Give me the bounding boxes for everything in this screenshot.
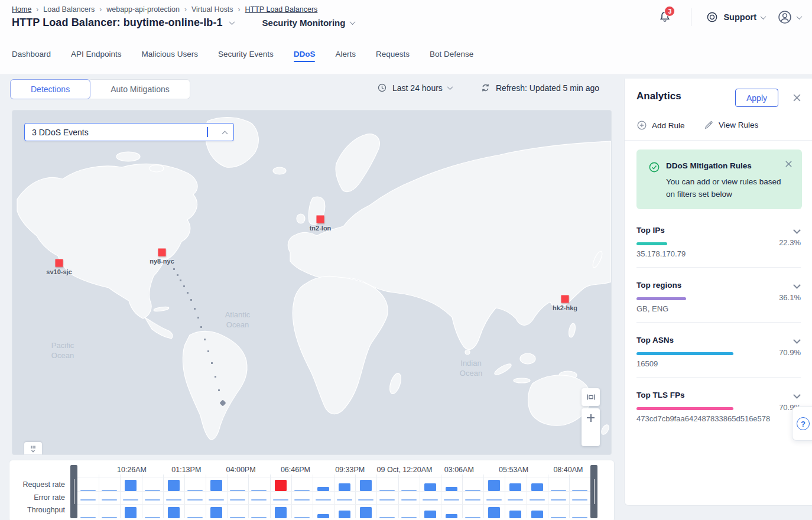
- ddos-events-dropdown-value: 3 DDoS Events: [32, 128, 89, 137]
- request-rate-bar: [531, 483, 543, 491]
- close-panel-button[interactable]: [792, 93, 801, 102]
- gridline: [548, 474, 548, 518]
- map-fit-button[interactable]: [582, 388, 600, 406]
- trail-dot: [200, 326, 202, 328]
- plus-circle-icon: [636, 120, 647, 131]
- map-marker-tn2-lon[interactable]: tn2-lon: [317, 216, 324, 223]
- error-rate-bar: [465, 499, 480, 501]
- throughput-bar: [572, 517, 587, 519]
- breadcrumb-item-http-load-balancers[interactable]: HTTP Load Balancers: [245, 5, 318, 14]
- help-icon[interactable]: ?: [797, 417, 810, 430]
- auto-mitigations-button[interactable]: Auto Mitigations: [90, 79, 190, 99]
- error-rate-bar: [551, 499, 566, 501]
- error-rate-bar: [251, 499, 267, 501]
- avatar-icon: [777, 9, 792, 25]
- tab-bot-defense[interactable]: Bot Defense: [430, 50, 473, 67]
- support-menu[interactable]: Support: [706, 11, 765, 24]
- chevron-down-icon[interactable]: [793, 281, 801, 289]
- add-rule-button[interactable]: Add Rule: [636, 120, 685, 131]
- refresh-button[interactable]: Refresh: Updated 5 min ago: [480, 83, 599, 93]
- support-label: Support: [723, 12, 756, 22]
- map-marker-sv10-sjc[interactable]: sv10-sjc: [56, 259, 63, 267]
- error-rate-bar: [572, 499, 587, 501]
- timeline-tick-label: 09 Oct, 12:20AM: [377, 466, 433, 474]
- chevron-down-icon: [797, 14, 803, 20]
- breadcrumb-item-home[interactable]: Home: [12, 5, 31, 14]
- error-rate-bar: [316, 499, 331, 501]
- throughput-bar: [275, 507, 287, 518]
- map-marker-hk2-hkg[interactable]: hk2-hkg: [561, 295, 569, 303]
- dismiss-banner-button[interactable]: [785, 160, 792, 168]
- request-rate-bar: [294, 490, 310, 492]
- tab-api-endpoints[interactable]: API Endpoints: [71, 50, 122, 67]
- timeline-row-label-error-rate: Error rate: [34, 493, 65, 502]
- ddos-event-square: [56, 259, 63, 267]
- ddos-mitigation-banner: DDoS Mitigation Rules You can add or vie…: [636, 150, 802, 209]
- gridline: [527, 474, 527, 518]
- chevron-down-icon[interactable]: [793, 391, 801, 399]
- analytics-panel: Analytics Apply Add Rule View Rules DDoS…: [624, 79, 812, 506]
- timeline-tick-label: 04:00PM: [226, 466, 256, 474]
- throughput-bar: [401, 517, 417, 519]
- chevron-down-icon[interactable]: [793, 226, 801, 234]
- close-icon: [792, 93, 801, 102]
- error-rate-bar: [508, 499, 523, 501]
- tab-requests[interactable]: Requests: [376, 50, 410, 67]
- request-rate-bar: [251, 490, 267, 492]
- tab-alerts[interactable]: Alerts: [335, 50, 356, 67]
- section-value-label: 35.178.170.79: [636, 249, 686, 258]
- refresh-icon: [480, 83, 491, 93]
- time-range-selector[interactable]: Last 24 hours: [377, 83, 452, 93]
- gridline: [569, 474, 570, 518]
- section-title: Top ASNs: [636, 336, 674, 344]
- gridline: [227, 474, 228, 518]
- check-circle-icon: [648, 161, 660, 173]
- ocean-label-pacific-ocean: Pacific Ocean: [51, 340, 74, 360]
- time-range-label: Last 24 hours: [392, 83, 443, 93]
- timeline-brush-handle-left[interactable]: [70, 465, 77, 518]
- chevron-down-icon[interactable]: [793, 336, 801, 344]
- trail-dot: [204, 339, 206, 340]
- ddos-event-square: [158, 249, 166, 256]
- apply-button[interactable]: Apply: [735, 89, 778, 107]
- trail-dot: [187, 292, 189, 294]
- ddos-events-dropdown[interactable]: 3 DDoS Events: [24, 123, 234, 141]
- tab-dashboard[interactable]: Dashboard: [12, 50, 51, 67]
- timeline-tick-label: 01:13PM: [171, 466, 201, 474]
- gridline: [313, 474, 313, 518]
- section-value-label: 16509: [636, 359, 658, 368]
- section-percentage: 22.3%: [779, 238, 801, 247]
- tab-ddos[interactable]: DDoS: [294, 50, 316, 67]
- ddos-world-map[interactable]: 3 DDoS Events Pacific OceanAtlantic Ocea…: [12, 110, 612, 455]
- map-marker-ny8-nyc[interactable]: ny8-nyc: [158, 249, 166, 256]
- divider: [636, 377, 801, 378]
- timeline-brush-handle-right[interactable]: [590, 465, 597, 518]
- throughput-bar: [424, 511, 436, 518]
- title-chevron-icon[interactable]: [229, 19, 235, 25]
- request-rate-bar: [401, 490, 417, 492]
- gridline: [483, 474, 484, 518]
- gridline: [77, 477, 590, 477]
- apply-label: Apply: [746, 93, 767, 103]
- tab-malicious-users[interactable]: Malicious Users: [142, 50, 198, 67]
- ocean-label-atlantic-ocean: Atlantic Ocean: [225, 310, 251, 330]
- page-title: HTTP Load Balancer: buytime-online-lb-1: [12, 17, 223, 29]
- throughput-bar: [509, 511, 521, 518]
- analytics-section-top-regions: Top regions36.1%GB, ENG: [636, 281, 801, 336]
- gridline: [120, 474, 121, 518]
- view-rules-button[interactable]: View Rules: [704, 120, 758, 130]
- detections-button[interactable]: Detections: [10, 79, 90, 99]
- context-selector[interactable]: Security Monitoring: [262, 18, 355, 28]
- throughput-bar: [317, 514, 329, 518]
- gridline: [270, 474, 271, 518]
- tab-security-events[interactable]: Security Events: [218, 50, 274, 67]
- legend-handle-icon: [28, 444, 38, 454]
- notifications-button[interactable]: 3: [658, 10, 672, 24]
- timeline-plot[interactable]: 10:26AM01:13PM04:00PM06:46PM09:33PM09 Oc…: [70, 465, 597, 518]
- trail-dot: [173, 268, 175, 270]
- error-rate-bar: [209, 499, 224, 501]
- section-progress-bar: [636, 352, 733, 355]
- map-legend-toggle[interactable]: [24, 442, 42, 455]
- account-menu[interactable]: [777, 9, 801, 25]
- zoom-in-button[interactable]: [587, 414, 595, 422]
